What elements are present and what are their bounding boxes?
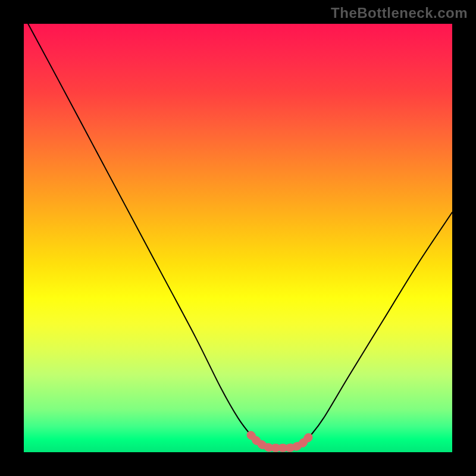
watermark-text: TheBottleneck.com bbox=[331, 5, 468, 21]
gradient-plot-background bbox=[24, 24, 452, 452]
